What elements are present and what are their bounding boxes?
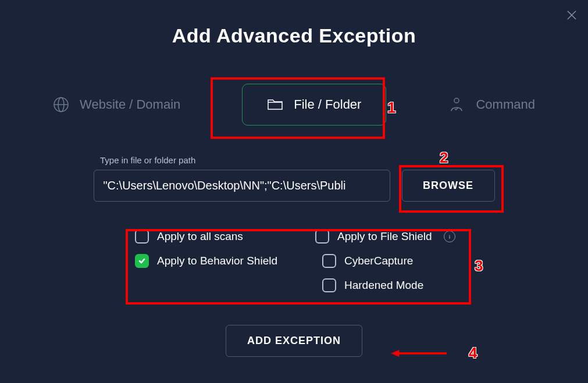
- tab-label: File / Folder: [294, 97, 361, 112]
- folder-icon: [267, 98, 283, 112]
- close-icon[interactable]: [567, 10, 576, 20]
- checkbox-behavior-shield[interactable]: Apply to Behavior Shield: [135, 254, 315, 268]
- checkbox-hardened-mode[interactable]: Hardened Mode: [322, 278, 472, 292]
- info-icon[interactable]: [444, 231, 455, 242]
- annotation-step-4: 4: [469, 344, 477, 362]
- annotation-step-3: 3: [475, 257, 483, 275]
- add-exception-button[interactable]: ADD EXCEPTION: [226, 325, 362, 357]
- tab-command[interactable]: Command: [427, 82, 555, 127]
- page-title: Add Advanced Exception: [0, 24, 588, 47]
- checkbox-all-scans[interactable]: Apply to all scans: [135, 230, 315, 244]
- checkbox-cybercapture[interactable]: CyberCapture: [322, 254, 472, 268]
- checkbox-label: Hardened Mode: [344, 279, 423, 292]
- tab-file-folder[interactable]: File / Folder: [242, 84, 386, 126]
- tab-label: Website / Domain: [80, 97, 180, 112]
- annotation-arrow-icon: [372, 350, 465, 357]
- globe-icon: [53, 96, 69, 113]
- checkbox-section: Apply to all scans Apply to File Shield …: [135, 230, 588, 292]
- svg-marker-10: [391, 350, 399, 357]
- checkbox-label: CyberCapture: [344, 255, 413, 267]
- checkbox-icon[interactable]: [135, 230, 149, 244]
- tab-label: Command: [476, 97, 534, 112]
- tab-website-domain[interactable]: Website / Domain: [32, 83, 201, 127]
- checkbox-file-shield[interactable]: Apply to File Shield: [315, 230, 472, 244]
- tabs-row: Website / Domain File / Folder Command: [0, 82, 588, 127]
- browse-button[interactable]: BROWSE: [402, 170, 495, 202]
- checkbox-label: Apply to all scans: [157, 230, 243, 243]
- annotation-step-2: 2: [440, 149, 448, 167]
- checkbox-label: Apply to File Shield: [337, 230, 432, 243]
- add-button-row: ADD EXCEPTION: [0, 325, 588, 357]
- input-section: Type in file or folder path BROWSE: [0, 155, 588, 202]
- command-icon: [448, 96, 465, 113]
- input-label: Type in file or folder path: [100, 155, 195, 165]
- checkbox-label: Apply to Behavior Shield: [157, 255, 277, 267]
- checkbox-icon[interactable]: [315, 230, 329, 244]
- checkbox-icon[interactable]: [322, 278, 336, 292]
- checkbox-icon[interactable]: [322, 254, 336, 268]
- annotation-step-1: 1: [387, 99, 395, 117]
- file-path-input[interactable]: [94, 170, 390, 202]
- svg-point-6: [454, 98, 459, 103]
- checkbox-icon-checked[interactable]: [135, 254, 149, 268]
- input-row: BROWSE: [94, 170, 495, 202]
